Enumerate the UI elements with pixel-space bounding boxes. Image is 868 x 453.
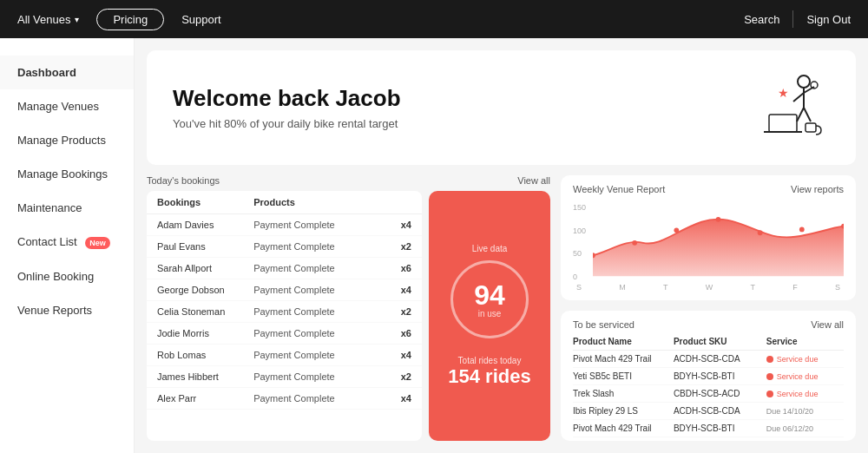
booking-qty: x2 xyxy=(377,306,411,317)
bookings-section-title: Today's bookings xyxy=(147,175,220,186)
sidebar-item-maintenance[interactable]: Maintenance xyxy=(0,191,134,225)
sidebar-item-manage-bookings[interactable]: Manage Bookings xyxy=(0,157,134,191)
service-row: Pivot Mach 429 Trail BDYH-SCB-BTI Due 06… xyxy=(573,420,844,437)
booking-name: Paul Evans xyxy=(157,241,253,252)
svg-point-16 xyxy=(799,227,805,233)
service-status: Service due xyxy=(766,390,844,398)
bottom-row: Today's bookings View all Bookings Produ… xyxy=(147,175,856,441)
service-row: Ibis Ripley 29 LS ACDH-SCB-CDA Due 14/10… xyxy=(573,403,844,420)
welcome-subtitle: You've hit 80% of your daily bike rental… xyxy=(173,117,401,130)
all-venues-dropdown[interactable]: All Venues ▾ xyxy=(17,13,79,26)
booking-qty: x2 xyxy=(377,371,411,382)
welcome-text: Welcome back Jacob You've hit 80% of you… xyxy=(173,85,401,130)
sidebar-item-contact-list[interactable]: Contact List New xyxy=(0,225,134,259)
booking-qty: x6 xyxy=(377,328,411,338)
support-link[interactable]: Support xyxy=(181,13,221,26)
pricing-button[interactable]: Pricing xyxy=(96,9,164,30)
bookings-section-header: Today's bookings View all xyxy=(147,175,550,186)
status-label: Service due xyxy=(777,355,819,364)
booking-rows: Adam Davies Payment Complete x4 Paul Eva… xyxy=(147,214,422,410)
svg-rect-8 xyxy=(806,123,816,132)
table-row: Alex Parr Payment Complete x4 xyxy=(147,388,422,410)
bookings-view-all-link[interactable]: View all xyxy=(517,175,550,186)
service-row: Yeti SB5c BETI CBDH-SCB-ACD Due 10/12/20 xyxy=(573,437,844,441)
report-header: Weekly Venue Report View reports xyxy=(573,184,844,194)
service-product-name: Ibis Ripley 29 LS xyxy=(573,406,674,416)
service-product-sku: BDYH-SCB-BTI xyxy=(674,423,766,433)
live-data-card: Live data 94 in use Total rides today 15… xyxy=(429,191,550,441)
booking-name: Sarah Allport xyxy=(157,263,253,273)
service-section-header: To be serviced View all xyxy=(573,319,844,330)
service-col-sku: Product SKU xyxy=(674,337,766,346)
booking-product: Payment Complete xyxy=(253,371,376,382)
booking-product: Payment Complete xyxy=(253,328,376,338)
svg-text:★: ★ xyxy=(778,86,789,100)
svg-line-5 xyxy=(804,108,811,121)
nav-divider xyxy=(792,10,793,28)
booking-qty: x4 xyxy=(377,393,411,404)
main-content: Welcome back Jacob You've hit 80% of you… xyxy=(135,38,868,453)
service-rows: Pivot Mach 429 Trail ACDH-SCB-CDA Servic… xyxy=(573,351,844,441)
booking-qty: x6 xyxy=(377,263,411,273)
service-product-name: Pivot Mach 429 Trail xyxy=(573,423,674,433)
service-status: Due 06/12/20 xyxy=(766,424,844,433)
booking-product: Payment Complete xyxy=(253,306,376,317)
service-product-sku: ACDH-SCB-CDA xyxy=(674,406,766,416)
booking-name: Rob Lomas xyxy=(157,350,253,360)
live-number: 94 xyxy=(474,281,505,309)
service-row: Yeti SB5c BETI BDYH-SCB-BTI Service due xyxy=(573,368,844,385)
top-navigation: All Venues ▾ Pricing Support Search Sign… xyxy=(0,0,868,38)
signout-link[interactable]: Sign Out xyxy=(806,13,851,26)
booking-product: Payment Complete xyxy=(253,350,376,360)
service-col-status: Service xyxy=(766,337,844,346)
nav-right: Search Sign Out xyxy=(744,10,851,28)
live-total-number: 154 rides xyxy=(448,365,530,388)
sidebar-item-manage-products[interactable]: Manage Products xyxy=(0,123,134,157)
bookings-section: Today's bookings View all Bookings Produ… xyxy=(147,175,550,441)
sidebar-item-manage-venues[interactable]: Manage Venues xyxy=(0,89,134,123)
service-product-name: Yeti SB5c BETI xyxy=(573,371,674,381)
weekly-chart xyxy=(593,200,844,278)
sidebar-item-venue-reports[interactable]: Venue Reports xyxy=(0,293,134,327)
svg-line-4 xyxy=(797,108,804,121)
svg-line-2 xyxy=(793,93,804,102)
sidebar: Dashboard Manage Venues Manage Products … xyxy=(0,38,135,453)
chevron-down-icon: ▾ xyxy=(75,15,79,24)
chart-x-labels: S M T W T F S xyxy=(573,283,844,292)
service-status: Service due xyxy=(766,355,844,364)
booking-name: Alex Parr xyxy=(157,393,253,404)
booking-name: Adam Davies xyxy=(157,220,253,230)
bookings-inner: Bookings Products Adam Davies Payment Co… xyxy=(147,191,550,441)
view-reports-link[interactable]: View reports xyxy=(791,184,844,194)
live-in-use: in use xyxy=(478,309,502,318)
booking-name: Celia Stoneman xyxy=(157,306,253,317)
booking-name: Jodie Morris xyxy=(157,328,253,338)
booking-qty: x4 xyxy=(377,220,411,230)
nav-left: All Venues ▾ Pricing Support xyxy=(17,9,727,30)
main-layout: Dashboard Manage Venues Manage Products … xyxy=(0,38,868,453)
new-badge: New xyxy=(85,237,110,249)
welcome-illustration: ★ xyxy=(752,71,830,144)
status-label: Service due xyxy=(777,390,819,398)
service-product-name: Trek Slash xyxy=(573,389,674,398)
table-row: Sarah Allport Payment Complete x6 xyxy=(147,258,422,279)
svg-point-14 xyxy=(716,217,721,222)
col-qty xyxy=(377,197,411,207)
service-row: Trek Slash CBDH-SCB-ACD Service due xyxy=(573,385,844,403)
service-product-sku: CBDH-SCB-ACD xyxy=(674,389,766,398)
table-header: Bookings Products xyxy=(147,191,422,214)
svg-rect-6 xyxy=(769,115,797,132)
welcome-card: Welcome back Jacob You've hit 80% of you… xyxy=(147,50,856,165)
booking-qty: x2 xyxy=(377,241,411,252)
table-row: Jodie Morris Payment Complete x6 xyxy=(147,323,422,345)
sidebar-item-online-booking[interactable]: Online Booking xyxy=(0,259,134,293)
table-row: George Dobson Payment Complete x4 xyxy=(147,279,422,301)
live-circle: 94 in use xyxy=(450,260,529,338)
booking-name: George Dobson xyxy=(157,285,253,295)
status-dot-red xyxy=(766,356,773,363)
sidebar-item-dashboard[interactable]: Dashboard xyxy=(0,56,134,89)
service-view-all-link[interactable]: View all xyxy=(811,319,844,330)
col-bookings: Bookings xyxy=(157,197,253,207)
service-product-name: Pivot Mach 429 Trail xyxy=(573,354,674,364)
search-link[interactable]: Search xyxy=(744,13,779,26)
